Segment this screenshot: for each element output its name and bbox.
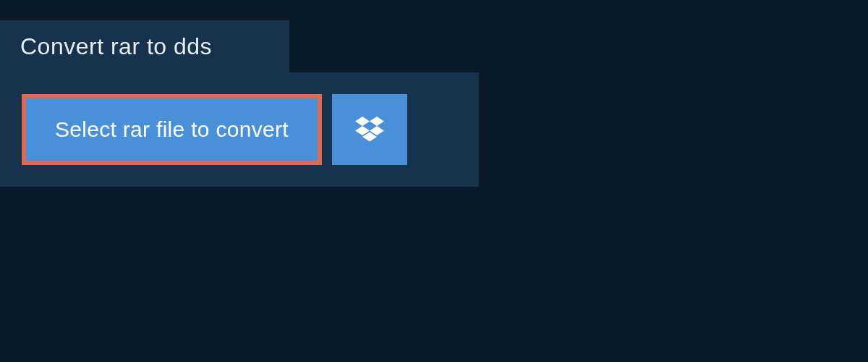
- tab-header: Convert rar to dds: [0, 20, 289, 72]
- dropbox-button[interactable]: [332, 94, 407, 165]
- dropbox-icon: [355, 117, 384, 143]
- select-file-button[interactable]: Select rar file to convert: [26, 98, 318, 161]
- action-panel: Select rar file to convert: [0, 72, 479, 187]
- page-title: Convert rar to dds: [20, 33, 212, 60]
- select-file-highlight: Select rar file to convert: [22, 94, 322, 165]
